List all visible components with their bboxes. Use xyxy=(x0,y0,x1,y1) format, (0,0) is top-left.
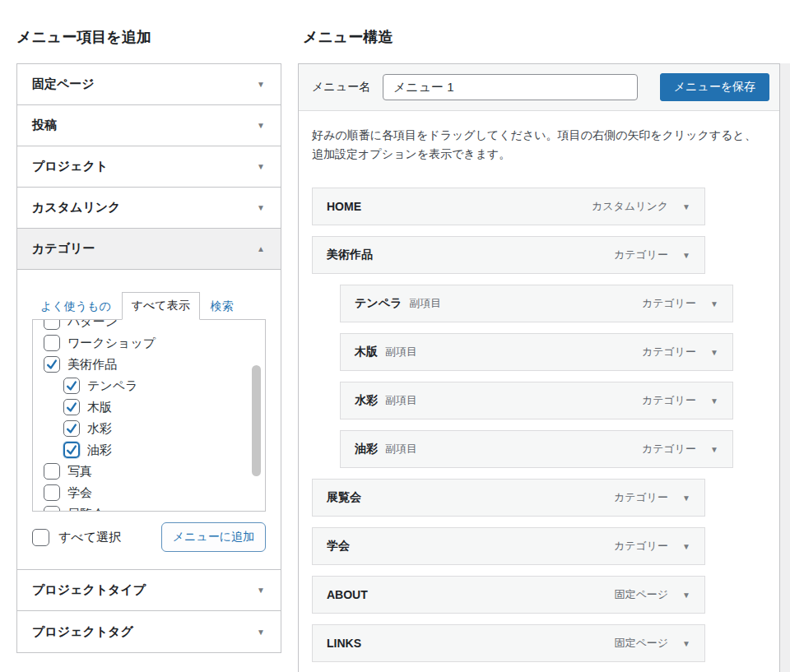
category-checkbox-label: 水彩 xyxy=(87,421,112,437)
chevron-down-icon[interactable]: ▼ xyxy=(257,586,265,595)
menu-item-type: 固定ページ xyxy=(614,636,668,651)
menu-item-sub-label: 副項目 xyxy=(385,442,417,456)
checkbox[interactable] xyxy=(63,378,80,394)
check-icon xyxy=(65,379,78,392)
checkbox[interactable] xyxy=(63,399,80,415)
tab-link-0[interactable]: よく使うもの xyxy=(40,294,111,320)
category-checkbox-row[interactable]: 美術作品 xyxy=(44,354,244,375)
menu-item-label: テンペラ xyxy=(355,296,402,311)
category-checkbox-label: 学会 xyxy=(67,485,92,501)
category-checkbox-label: パターン xyxy=(67,319,118,330)
chevron-down-icon[interactable]: ▼ xyxy=(682,251,690,260)
chevron-down-icon[interactable]: ▼ xyxy=(710,445,718,454)
category-checkbox-label: ワークショップ xyxy=(67,336,156,351)
menu-item[interactable]: LINKS 固定ページ ▼ xyxy=(312,624,705,662)
checkbox[interactable] xyxy=(63,442,80,458)
chevron-down-icon[interactable]: ▼ xyxy=(682,494,690,503)
checkbox[interactable] xyxy=(44,319,60,330)
menu-item-sub-label: 副項目 xyxy=(409,296,441,311)
menu-name-input[interactable] xyxy=(383,74,638,100)
category-checkbox-row[interactable]: 油彩 xyxy=(44,439,244,461)
chevron-down-icon[interactable]: ▼ xyxy=(257,121,265,130)
menu-structure-body: 好みの順番に各項目をドラッグしてください。項目の右側の矢印をクリックすると、追加… xyxy=(299,111,779,672)
accordion-section-1[interactable]: 投稿 ▼ xyxy=(17,105,281,146)
select-all-checkbox[interactable] xyxy=(32,529,49,546)
menu-item-type: 固定ページ xyxy=(614,587,668,602)
menu-item-type: カテゴリー xyxy=(642,393,696,408)
category-checkbox-row[interactable]: 木版 xyxy=(44,396,244,418)
category-checkbox-label: 美術作品 xyxy=(67,357,117,373)
category-checkbox-row[interactable]: パターン xyxy=(44,319,244,332)
menu-item[interactable]: 展覧会 カテゴリー ▼ xyxy=(312,479,705,517)
category-checkbox-row[interactable]: テンペラ xyxy=(44,375,244,396)
menu-item-type: カテゴリー xyxy=(614,248,668,262)
scrollbar-thumb[interactable] xyxy=(252,365,261,476)
add-to-menu-button[interactable]: メニューに追加 xyxy=(161,522,266,552)
accordion-section-3[interactable]: カスタムリンク ▼ xyxy=(17,188,281,229)
tab-link-2[interactable]: 検索 xyxy=(211,294,234,320)
chevron-down-icon[interactable]: ▼ xyxy=(257,162,265,171)
categories-panel: よく使うものすべて表示検索 パターン ワークショップ 美術作品 xyxy=(17,270,281,570)
checkbox[interactable] xyxy=(44,506,60,512)
select-all-label: すべて選択 xyxy=(58,530,121,545)
checkbox[interactable] xyxy=(44,463,60,480)
menu-item-label: 油彩 xyxy=(355,442,378,456)
category-checkbox-label: 写真 xyxy=(67,464,92,480)
category-checkbox-row[interactable]: 展覧会 xyxy=(44,503,244,512)
menu-item[interactable]: ABOUT 固定ページ ▼ xyxy=(312,576,705,614)
drag-instructions: 好みの順番に各項目をドラッグしてください。項目の右側の矢印をクリックすると、追加… xyxy=(312,126,763,164)
check-icon xyxy=(65,401,78,414)
add-menu-items-panel: メニュー項目を追加 固定ページ ▼ 投稿 ▼ プロジェクト ▼ カスタムリンク … xyxy=(16,28,281,653)
chevron-up-icon[interactable]: ▲ xyxy=(257,244,265,253)
menu-item[interactable]: テンペラ 副項目 カテゴリー ▼ xyxy=(340,285,733,322)
accordion-section-0[interactable]: 固定ページ ▼ xyxy=(17,64,281,105)
accordion-section-categories[interactable]: カテゴリー ▲ xyxy=(17,229,281,270)
chevron-down-icon[interactable]: ▼ xyxy=(710,299,718,308)
category-checklist[interactable]: パターン ワークショップ 美術作品 テンペラ 木版 xyxy=(32,319,266,512)
category-checkbox-row[interactable]: 写真 xyxy=(44,461,244,482)
check-icon xyxy=(65,422,78,435)
chevron-down-icon[interactable]: ▼ xyxy=(710,348,718,357)
menu-item-sub-label: 副項目 xyxy=(385,393,417,408)
tab-view-all-active[interactable]: すべて表示 xyxy=(122,292,200,320)
menu-item[interactable]: 木版 副項目 カテゴリー ▼ xyxy=(340,333,733,371)
checkbox[interactable] xyxy=(44,335,60,351)
menu-item-type: カテゴリー xyxy=(642,442,696,456)
menu-item[interactable]: 油彩 副項目 カテゴリー ▼ xyxy=(340,430,733,468)
chevron-down-icon[interactable]: ▼ xyxy=(257,628,265,637)
chevron-down-icon[interactable]: ▼ xyxy=(682,542,690,551)
menu-item-type: カテゴリー xyxy=(614,539,668,554)
chevron-down-icon[interactable]: ▼ xyxy=(257,80,265,89)
accordion-section-2[interactable]: プロジェクト ▼ xyxy=(17,146,281,188)
menu-item-type: カスタムリンク xyxy=(592,199,668,214)
category-checkbox-row[interactable]: ワークショップ xyxy=(44,332,244,354)
accordion-container: 固定ページ ▼ 投稿 ▼ プロジェクト ▼ カスタムリンク ▼ カテゴリー ▲ … xyxy=(16,63,281,653)
category-checkbox-label: 油彩 xyxy=(87,443,112,458)
accordion-section-bottom-1[interactable]: プロジェクトタグ ▼ xyxy=(17,611,281,652)
checkbox[interactable] xyxy=(44,484,60,501)
save-menu-button[interactable]: メニューを保存 xyxy=(660,73,769,101)
chevron-down-icon[interactable]: ▼ xyxy=(682,639,690,648)
accordion-section-label: プロジェクト xyxy=(32,159,108,174)
category-checkbox-row[interactable]: 学会 xyxy=(44,482,244,503)
menu-item-type: カテゴリー xyxy=(642,345,696,359)
menu-item[interactable]: 学会 カテゴリー ▼ xyxy=(312,527,705,565)
chevron-down-icon[interactable]: ▼ xyxy=(682,591,690,600)
checkbox[interactable] xyxy=(63,420,80,437)
chevron-down-icon[interactable]: ▼ xyxy=(257,203,265,212)
menu-item[interactable]: 美術作品 カテゴリー ▼ xyxy=(312,236,705,274)
category-checkbox-label: 展覧会 xyxy=(67,507,105,512)
accordion-section-label: プロジェクトタイプ xyxy=(32,582,146,598)
checkbox[interactable] xyxy=(44,356,60,373)
select-all-row: すべて選択 メニューに追加 xyxy=(32,522,266,552)
accordion-section-bottom-0[interactable]: プロジェクトタイプ ▼ xyxy=(17,570,281,611)
menu-edit-box: メニュー名 メニューを保存 好みの順番に各項目をドラッグしてください。項目の右側… xyxy=(298,63,780,672)
menu-item-label: ABOUT xyxy=(327,588,368,601)
chevron-down-icon[interactable]: ▼ xyxy=(710,396,718,406)
chevron-down-icon[interactable]: ▼ xyxy=(682,202,690,211)
menu-item[interactable]: 水彩 副項目 カテゴリー ▼ xyxy=(340,382,733,419)
menu-items-list: HOME カスタムリンク ▼ 美術作品 カテゴリー ▼ テンペラ 副項目 カテゴ… xyxy=(312,188,766,672)
accordion-section-label: 投稿 xyxy=(32,118,57,133)
category-checkbox-row[interactable]: 水彩 xyxy=(44,418,244,439)
menu-item[interactable]: HOME カスタムリンク ▼ xyxy=(312,188,705,225)
